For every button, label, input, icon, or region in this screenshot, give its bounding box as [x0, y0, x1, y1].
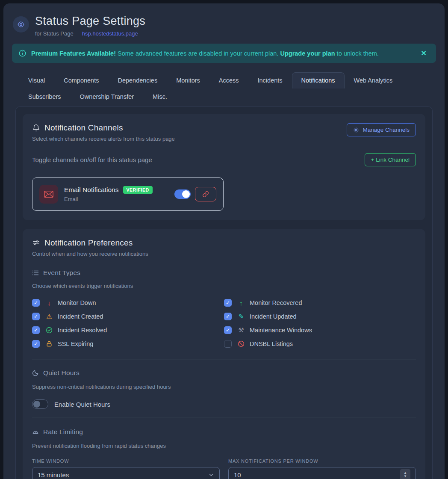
event-types-grid: ✓↓Monitor Down✓↑Monitor Recovered✓⚠Incid…	[32, 296, 416, 351]
arrow-down-icon: ↓	[45, 299, 53, 307]
manage-channels-button[interactable]: Manage Channels	[347, 123, 416, 136]
tab-components[interactable]: Components	[54, 72, 108, 89]
event-type-row: DNSBL Listings	[224, 337, 416, 351]
tab-access[interactable]: Access	[209, 72, 248, 89]
verified-badge: VERIFIED	[123, 186, 153, 194]
quiet-hours-heading: Quiet Hours	[32, 369, 416, 377]
tab-notifications[interactable]: Notifications	[292, 72, 345, 89]
event-type-row: ✓Incident Resolved	[32, 323, 224, 337]
event-type-row: ✓⚠Incident Created	[32, 310, 224, 323]
event-type-row: ✓SSL Expiring	[32, 337, 224, 351]
divider	[32, 359, 416, 360]
premium-banner-text: Premium Features Available! Some advance…	[31, 50, 414, 57]
event-type-label: Monitor Recovered	[250, 299, 302, 306]
quiet-hours-subtitle: Suppress non-critical notifications duri…	[32, 384, 416, 390]
settings-panel: Status Page Settings for Status Page — h…	[3, 3, 445, 479]
checkbox[interactable]: ✓	[32, 340, 40, 348]
event-type-label: Monitor Down	[58, 299, 96, 306]
event-type-label: DNSBL Listings	[250, 340, 293, 347]
gear-icon	[353, 127, 359, 133]
gear-icon	[13, 16, 29, 33]
status-page-link[interactable]: hsp.hostedstatus.page	[82, 30, 138, 37]
checkbox[interactable]: ✓	[32, 313, 40, 320]
channel-name: Email Notifications	[64, 186, 119, 194]
link-icon	[202, 191, 209, 198]
rate-limiting-subtitle: Prevent notification flooding from rapid…	[32, 443, 416, 449]
event-types-heading: Event Types	[32, 269, 416, 277]
event-type-row: ✓✎Incident Updated	[224, 310, 416, 323]
number-stepper-icon[interactable]: ▲▼	[400, 469, 410, 479]
gauge-icon	[32, 429, 39, 435]
event-type-label: Incident Resolved	[58, 327, 107, 334]
info-icon	[19, 50, 26, 57]
chevron-down-icon	[208, 472, 214, 478]
channel-type: Email	[64, 196, 168, 202]
checkbox[interactable]: ✓	[224, 299, 232, 307]
tab-incidents[interactable]: Incidents	[248, 72, 292, 89]
email-channel-card: Email Notifications VERIFIED Email	[32, 177, 224, 211]
preferences-section-subtitle: Control when and how you receive notific…	[32, 251, 416, 257]
quiet-hours-toggle[interactable]	[32, 399, 48, 409]
email-icon	[39, 185, 58, 204]
notification-channels-section: Notification Channels Select which chann…	[23, 114, 425, 220]
event-type-row: ✓↑Monitor Recovered	[224, 296, 416, 310]
page-subtitle: for Status Page — hsp.hostedstatus.page	[35, 30, 145, 37]
ban-icon	[237, 340, 245, 347]
tab-ownership-transfer[interactable]: Ownership Transfer	[71, 89, 144, 105]
tab-dependencies[interactable]: Dependencies	[108, 72, 167, 89]
link-channel-button[interactable]: + Link Channel	[365, 153, 416, 166]
toggle-channels-hint: Toggle channels on/off for this status p…	[32, 156, 152, 163]
rate-limiting-heading: Rate Limiting	[32, 428, 416, 436]
banner-bold-text: Premium Features Available!	[31, 50, 116, 57]
tab-misc[interactable]: Misc.	[143, 89, 177, 105]
notification-preferences-section: Notification Preferences Control when an…	[23, 229, 425, 479]
tab-subscribers[interactable]: Subscribers	[19, 89, 71, 105]
page-header: Status Page Settings for Status Page — h…	[3, 3, 445, 37]
channels-section-title: Notification Channels	[32, 123, 175, 133]
premium-banner: Premium Features Available! Some advance…	[12, 44, 436, 63]
settings-tabs: VisualComponentsDependenciesMonitorsAcce…	[19, 72, 429, 105]
pencil-icon: ✎	[237, 313, 245, 320]
max-notifications-label: MAX NOTIFICATIONS PER WINDOW	[228, 458, 416, 464]
checkbox[interactable]: ✓	[224, 313, 232, 320]
close-icon[interactable]: ✕	[419, 47, 428, 59]
checkbox[interactable]: ✓	[32, 299, 40, 307]
event-types-subtitle: Choose which events trigger notification…	[32, 283, 416, 289]
event-type-label: Incident Updated	[250, 313, 297, 320]
subtitle-prefix: for Status Page —	[35, 30, 82, 37]
event-type-row: ✓↓Monitor Down	[32, 296, 224, 310]
tools-icon: ⚒	[237, 326, 245, 334]
tab-web-analytics[interactable]: Web Analytics	[345, 72, 402, 89]
sliders-icon	[32, 239, 40, 247]
checkbox[interactable]: ✓	[224, 326, 232, 334]
channels-section-subtitle: Select which channels receive alerts fro…	[32, 136, 175, 142]
unlink-channel-button[interactable]	[195, 187, 216, 201]
preferences-section-title: Notification Preferences	[32, 238, 416, 248]
email-channel-toggle[interactable]	[174, 189, 191, 199]
warning-icon: ⚠	[45, 313, 53, 320]
list-icon	[32, 269, 39, 276]
event-type-label: Incident Created	[58, 313, 103, 320]
tab-visual[interactable]: Visual	[19, 72, 54, 89]
upgrade-plan-link[interactable]: Upgrade your plan	[280, 50, 335, 57]
lock-icon	[45, 340, 53, 347]
checkbox[interactable]	[224, 340, 232, 348]
time-window-select[interactable]: 15 minutes	[32, 467, 220, 479]
check-circle-icon	[45, 327, 53, 334]
event-type-label: Maintenance Windows	[250, 327, 312, 334]
checkbox[interactable]: ✓	[32, 326, 40, 334]
event-type-label: SSL Expiring	[58, 340, 93, 347]
moon-icon	[32, 370, 39, 376]
notifications-tab-content: Notification Channels Select which chann…	[15, 106, 433, 479]
max-notifications-input[interactable]: 10 ▲▼	[228, 467, 416, 479]
divider	[32, 417, 416, 418]
page-title: Status Page Settings	[35, 15, 145, 28]
quiet-hours-toggle-label: Enable Quiet Hours	[54, 401, 110, 408]
bell-icon	[32, 124, 40, 132]
time-window-label: TIME WINDOW	[32, 458, 220, 464]
tab-monitors[interactable]: Monitors	[167, 72, 209, 89]
arrow-up-icon: ↑	[237, 299, 245, 307]
event-type-row: ✓⚒Maintenance Windows	[224, 323, 416, 337]
